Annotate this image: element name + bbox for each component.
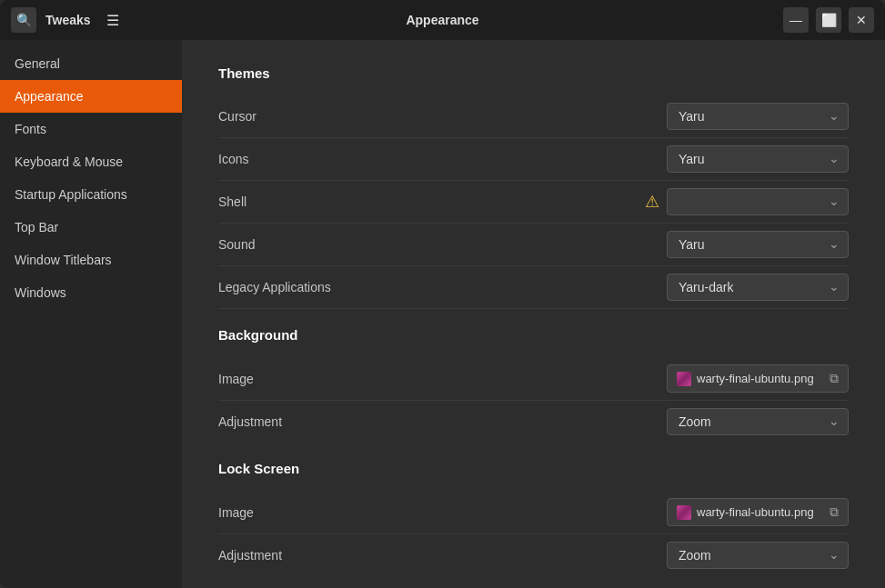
main-content: Themes Cursor Yaru Icons Yaru (182, 40, 885, 588)
background-section-title: Background (218, 327, 849, 343)
sidebar-item-fonts[interactable]: Fonts (0, 113, 182, 145)
sound-control: Yaru (667, 231, 849, 258)
maximize-button[interactable]: ⬜ (816, 7, 841, 33)
background-section-gap: Background Image warty-final-ubuntu.png … (218, 327, 849, 443)
bg-image-copy-icon: ⧉ (830, 371, 839, 386)
titlebar-left: 🔍 Tweaks ☰ (11, 7, 126, 33)
sidebar-item-keyboard-mouse[interactable]: Keyboard & Mouse (0, 145, 182, 178)
bg-image-thumbnail (677, 372, 691, 386)
icons-dropdown-wrapper: Yaru (667, 145, 849, 173)
sidebar-item-general[interactable]: General (0, 47, 182, 80)
shell-right: ⚠ (645, 188, 849, 215)
bg-image-control: warty-final-ubuntu.png ⧉ (667, 364, 849, 393)
search-button[interactable]: 🔍 (11, 7, 36, 33)
sound-label: Sound (218, 237, 255, 252)
themes-section-title: Themes (218, 65, 849, 81)
ls-image-control: warty-final-ubuntu.png ⧉ (667, 498, 849, 526)
app-window: 🔍 Tweaks ☰ Appearance — ⬜ ✕ General Appe… (0, 0, 885, 588)
shell-dropdown[interactable] (667, 188, 849, 215)
sound-dropdown-wrapper: Yaru (667, 231, 849, 258)
ls-image-thumbnail (677, 505, 691, 520)
sidebar-item-windows[interactable]: Windows (0, 276, 182, 309)
legacy-apps-control: Yaru-dark (667, 274, 849, 301)
icons-control: Yaru (667, 145, 849, 173)
ls-adjustment-control: Zoom (667, 542, 849, 569)
icons-label: Icons (218, 152, 248, 166)
icons-row: Icons Yaru (218, 138, 849, 181)
shell-label: Shell (218, 194, 246, 209)
sidebar-item-top-bar[interactable]: Top Bar (0, 211, 182, 244)
ls-image-button[interactable]: warty-final-ubuntu.png ⧉ (667, 498, 849, 526)
sound-dropdown[interactable]: Yaru (667, 231, 849, 258)
sidebar-item-appearance[interactable]: Appearance (0, 80, 182, 113)
page-title: Appearance (406, 13, 478, 27)
shell-dropdown-wrapper (667, 188, 849, 215)
ls-image-row: Image warty-final-ubuntu.png ⧉ (218, 491, 849, 534)
bg-adjustment-row: Adjustment Zoom (218, 401, 849, 443)
shell-row: Shell ⚠ (218, 181, 849, 224)
close-button[interactable]: ✕ (849, 7, 874, 33)
ls-adjustment-label: Adjustment (218, 548, 282, 563)
ls-image-filename: warty-final-ubuntu.png (697, 505, 824, 519)
window-controls: — ⬜ ✕ (783, 7, 874, 33)
sidebar-item-window-titlebars[interactable]: Window Titlebars (0, 244, 182, 276)
bg-image-label: Image (218, 372, 254, 386)
app-title: Tweaks (45, 13, 91, 27)
ls-image-label: Image (218, 505, 254, 520)
sidebar-item-startup-applications[interactable]: Startup Applications (0, 178, 182, 211)
lock-screen-section-title: Lock Screen (218, 461, 849, 476)
sound-row: Sound Yaru (218, 224, 849, 266)
legacy-apps-dropdown[interactable]: Yaru-dark (667, 274, 849, 301)
cursor-control: Yaru (667, 103, 849, 130)
cursor-dropdown-wrapper: Yaru (667, 103, 849, 130)
content-area: General Appearance Fonts Keyboard & Mous… (0, 40, 885, 588)
bg-image-filename: warty-final-ubuntu.png (697, 372, 824, 385)
sidebar: General Appearance Fonts Keyboard & Mous… (0, 40, 182, 588)
icons-dropdown[interactable]: Yaru (667, 145, 849, 173)
cursor-label: Cursor (218, 109, 256, 124)
cursor-row: Cursor Yaru (218, 95, 849, 138)
legacy-apps-row: Legacy Applications Yaru-dark (218, 266, 849, 309)
bg-adjustment-dropdown[interactable]: Zoom (667, 408, 849, 435)
cursor-dropdown[interactable]: Yaru (667, 103, 849, 130)
shell-warning-icon: ⚠ (645, 192, 659, 212)
menu-button[interactable]: ☰ (100, 7, 126, 33)
minimize-button[interactable]: — (783, 7, 809, 33)
ls-adjustment-dropdown[interactable]: Zoom (667, 542, 849, 569)
bg-adjustment-label: Adjustment (218, 414, 282, 429)
bg-adjustment-dropdown-wrapper: Zoom (667, 408, 849, 435)
ls-adjustment-row: Adjustment Zoom (218, 534, 849, 576)
bg-image-row: Image warty-final-ubuntu.png ⧉ (218, 357, 849, 401)
ls-adjustment-dropdown-wrapper: Zoom (667, 542, 849, 569)
bg-adjustment-control: Zoom (667, 408, 849, 435)
lock-screen-section-gap: Lock Screen Image warty-final-ubuntu.png… (218, 461, 849, 576)
bg-image-button[interactable]: warty-final-ubuntu.png ⧉ (667, 364, 849, 393)
legacy-apps-label: Legacy Applications (218, 280, 331, 294)
titlebar: 🔍 Tweaks ☰ Appearance — ⬜ ✕ (0, 0, 885, 40)
legacy-apps-dropdown-wrapper: Yaru-dark (667, 274, 849, 301)
ls-image-copy-icon: ⧉ (830, 504, 839, 520)
